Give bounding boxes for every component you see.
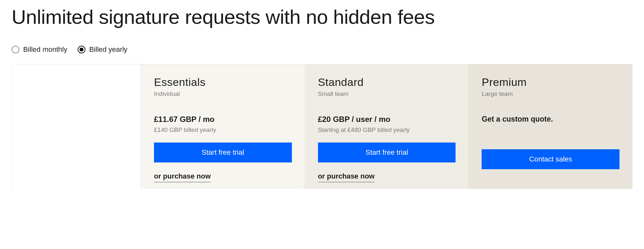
plan-card-premium: Premium Large team Get a custom quote. C… [468,64,632,189]
plan-quote: Get a custom quote. [482,115,620,124]
start-free-trial-button[interactable]: Start free trial [318,143,456,162]
plan-audience: Large team [482,90,620,97]
plan-name: Standard [318,76,456,88]
billed-yearly-radio[interactable]: Billed yearly [78,45,128,54]
radio-unselected-icon [12,46,19,53]
plan-audience: Small team [318,90,456,97]
billing-toggle: Billed monthly Billed yearly [12,45,632,54]
purchase-now-link[interactable]: or purchase now [154,172,211,182]
billed-yearly-label: Billed yearly [89,45,128,54]
plan-sub: Starting at £480 GBP billed yearly [318,126,456,134]
plans-row: Essentials Individual £11.67 GBP / mo £1… [12,64,632,189]
plan-price: £11.67 GBP / mo [154,115,292,124]
plan-name: Essentials [154,76,292,88]
purchase-now-link[interactable]: or purchase now [318,172,375,182]
radio-selected-icon [78,46,85,53]
start-free-trial-button[interactable]: Start free trial [154,143,292,162]
billed-monthly-radio[interactable]: Billed monthly [12,45,67,54]
contact-sales-button[interactable]: Contact sales [482,149,620,169]
plans-spacer [12,64,141,189]
plan-sub: £140 GBP billed yearly [154,126,292,134]
plan-card-standard: Standard Small team £20 GBP / user / mo … [305,64,469,189]
plan-name: Premium [482,76,620,88]
billed-monthly-label: Billed monthly [23,45,67,54]
plan-price: £20 GBP / user / mo [318,115,456,124]
plan-audience: Individual [154,90,292,97]
page-title: Unlimited signature requests with no hid… [12,6,632,28]
plan-card-essentials: Essentials Individual £11.67 GBP / mo £1… [141,64,305,189]
